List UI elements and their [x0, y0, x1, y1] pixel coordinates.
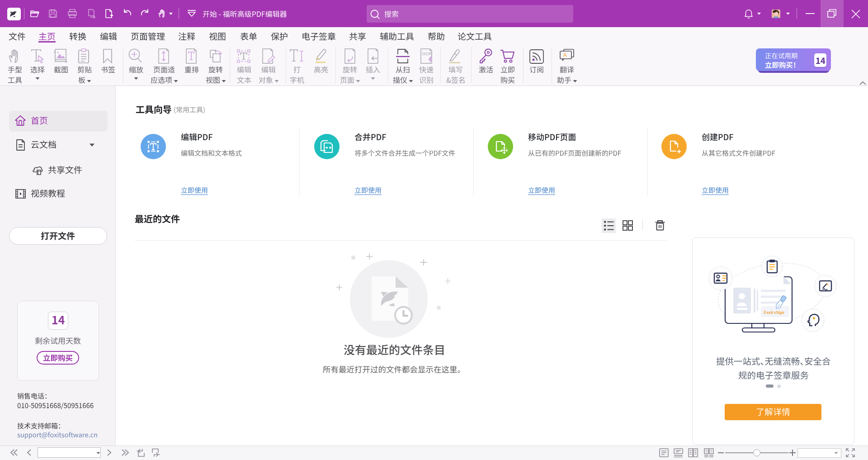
svg-text:Foxit eSign: Foxit eSign	[763, 310, 784, 315]
svg-text:A: A	[563, 52, 567, 58]
svg-text:OCR: OCR	[422, 51, 432, 56]
